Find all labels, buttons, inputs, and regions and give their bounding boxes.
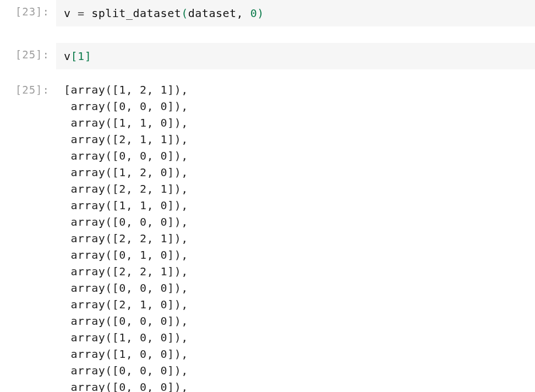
cell-output: [array([1, 2, 1]), array([0, 0, 0]), arr…: [56, 78, 535, 392]
output-line: array([1, 2, 0]),: [64, 164, 527, 181]
code-cell: [23]:v = split_dataset(dataset, 0): [0, 0, 535, 26]
output-line: array([2, 2, 1]),: [64, 263, 527, 280]
code-input[interactable]: v = split_dataset(dataset, 0): [56, 0, 535, 26]
code-token: 1: [78, 50, 85, 63]
output-line: [array([1, 2, 1]),: [64, 81, 527, 98]
cell-content: v = split_dataset(dataset, 0): [56, 0, 535, 26]
code-token: =: [78, 7, 85, 20]
cell-content: v[1]: [56, 43, 535, 69]
output-line: array([0, 1, 0]),: [64, 247, 527, 263]
output-line: array([2, 1, 1]),: [64, 131, 527, 148]
code-token: v: [64, 50, 71, 63]
output-line: array([0, 0, 0]),: [64, 313, 527, 329]
output-line: array([0, 0, 0]),: [64, 148, 527, 164]
code-token: v: [64, 7, 78, 20]
cell-gap: [0, 26, 535, 43]
input-prompt: [25]:: [0, 43, 56, 61]
code-token: (: [181, 7, 188, 20]
output-line: array([0, 0, 0]),: [64, 379, 527, 392]
code-token: dataset: [188, 7, 237, 20]
output-cell: [25]:[array([1, 2, 1]), array([0, 0, 0])…: [0, 78, 535, 392]
output-line: array([1, 1, 0]),: [64, 115, 527, 131]
output-line: array([1, 0, 0]),: [64, 346, 527, 362]
input-prompt: [23]:: [0, 0, 56, 18]
output-line: array([0, 0, 0]),: [64, 280, 527, 296]
output-line: array([1, 1, 0]),: [64, 197, 527, 214]
cell-content: [array([1, 2, 1]), array([0, 0, 0]), arr…: [56, 78, 535, 392]
code-token: ): [257, 7, 264, 20]
code-token: ]: [85, 50, 92, 63]
code-token: ,: [237, 7, 244, 20]
code-token: 0: [250, 7, 258, 20]
output-line: array([0, 0, 0]),: [64, 214, 527, 230]
code-input[interactable]: v[1]: [56, 43, 535, 69]
code-token: [243, 7, 250, 20]
output-line: array([2, 2, 1]),: [64, 181, 527, 197]
code-token: [: [71, 50, 78, 63]
output-line: array([0, 0, 0]),: [64, 362, 527, 379]
output-prompt: [25]:: [0, 78, 56, 96]
output-line: array([1, 0, 0]),: [64, 329, 527, 346]
code-cell: [25]:v[1]: [0, 43, 535, 69]
output-line: array([0, 0, 0]),: [64, 98, 527, 115]
cell-gap: [0, 69, 535, 78]
code-token: split_dataset: [85, 7, 182, 20]
output-line: array([2, 1, 0]),: [64, 296, 527, 313]
output-line: array([2, 2, 1]),: [64, 230, 527, 247]
